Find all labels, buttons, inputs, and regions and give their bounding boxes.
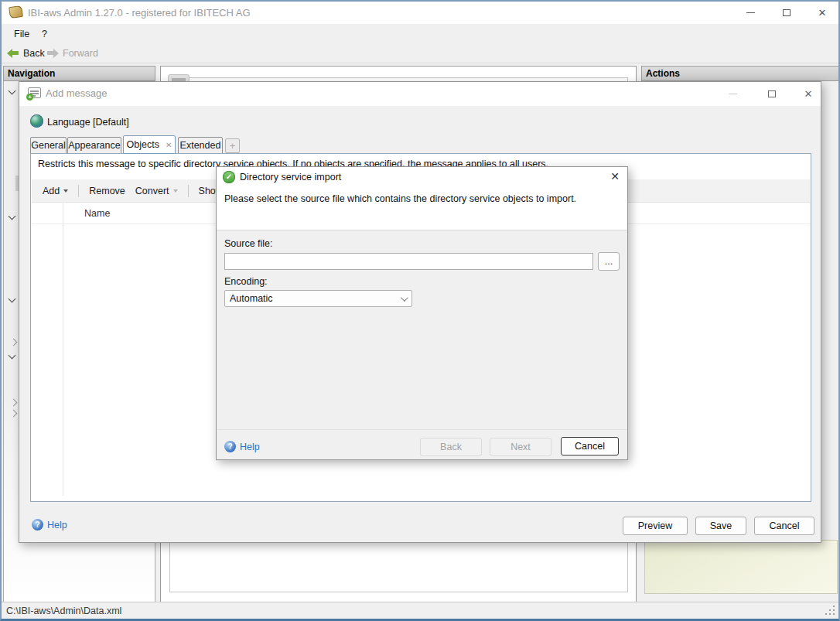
encoding-select[interactable]: Automatic	[224, 290, 412, 307]
tool-bar: Back Forward	[2, 43, 838, 63]
check-glyph: ✓	[226, 172, 232, 181]
source-file-input[interactable]	[224, 253, 593, 270]
chevron-down-icon[interactable]	[9, 295, 16, 303]
add-message-title: Add message	[46, 87, 108, 99]
help-icon: ?	[32, 519, 43, 531]
preview-button[interactable]: Preview	[623, 517, 688, 535]
close-button[interactable]: ✕	[809, 2, 835, 24]
table-column-separator	[63, 203, 63, 496]
app-icon	[9, 5, 23, 19]
remove-button[interactable]: Remove	[89, 186, 125, 196]
check-icon: ✓	[223, 171, 235, 183]
language-label: Language [Default]	[47, 117, 129, 128]
chevron-down-icon[interactable]	[9, 87, 16, 95]
maximize-icon	[783, 9, 790, 16]
next-button-wizard: Next	[490, 438, 551, 456]
maximize-icon	[768, 90, 776, 97]
chevron-right-icon[interactable]	[10, 399, 18, 407]
preview-label: Preview	[638, 520, 672, 531]
save-label: Save	[710, 520, 732, 531]
minimize-button[interactable]	[737, 2, 763, 24]
question-glyph: ?	[227, 442, 232, 451]
actions-note-box	[644, 540, 838, 594]
add-tab-button[interactable]: +	[225, 138, 240, 153]
navigation-panel-title: Navigation	[8, 68, 55, 79]
titlebar: IBI-aws Admin 1.27.0 - registered for IB…	[2, 2, 838, 24]
back-label: Back	[440, 442, 462, 452]
close-icon: ✕	[610, 170, 620, 183]
import-description: Please select the source file which cont…	[224, 193, 576, 204]
tab-extended-label: Extended	[180, 140, 221, 151]
browse-label: ...	[605, 256, 613, 267]
toolstrip-separator	[188, 185, 189, 197]
actions-panel-header: Actions	[641, 66, 840, 81]
next-label: Next	[510, 442, 531, 452]
back-button[interactable]: Back	[5, 46, 47, 60]
menu-help[interactable]: ?	[37, 27, 52, 41]
source-file-label: Source file:	[224, 238, 273, 249]
window-title: IBI-aws Admin 1.27.0 - registered for IB…	[28, 7, 251, 19]
main-window: IBI-aws Admin 1.27.0 - registered for IB…	[0, 0, 840, 621]
convert-dropdown-button[interactable]: Convert	[135, 186, 178, 196]
help-link[interactable]: ? Help	[32, 519, 67, 531]
plus-icon: +	[230, 140, 236, 152]
dropdown-arrow-icon	[173, 189, 178, 193]
plus-badge-icon: +	[26, 94, 33, 101]
navigation-panel-header: Navigation	[3, 66, 155, 81]
add-dropdown-button[interactable]: Add	[43, 186, 68, 196]
chevron-down-icon	[401, 294, 408, 302]
help-icon: ?	[224, 441, 236, 452]
forward-label: Forward	[63, 48, 98, 59]
cancel-label: Cancel	[770, 520, 800, 531]
maximize-button[interactable]	[773, 2, 800, 24]
minimize-icon	[746, 12, 755, 13]
tab-appearance[interactable]: Appearance	[67, 137, 121, 154]
chevron-right-icon[interactable]	[10, 339, 18, 346]
directory-service-import-dialog: ✓ Directory service import ✕ Please sele…	[216, 166, 628, 460]
footer-separator	[217, 429, 627, 430]
help-label: Help	[47, 520, 67, 531]
import-help-label: Help	[240, 442, 260, 452]
forward-arrow-icon	[46, 49, 59, 58]
tab-extended[interactable]: Extended	[178, 137, 223, 154]
import-close-button[interactable]: ✕	[610, 170, 620, 183]
chevron-down-icon[interactable]	[9, 352, 16, 360]
cancel-button[interactable]: Cancel	[754, 517, 814, 535]
tab-close-icon[interactable]: ✕	[166, 141, 172, 149]
add-message-icon: +	[28, 87, 41, 98]
tab-objects[interactable]: Objects ✕	[123, 135, 176, 154]
convert-label: Convert	[135, 186, 169, 196]
dialog-close-button[interactable]: ✕	[795, 82, 821, 106]
tab-objects-label: Objects	[127, 139, 159, 150]
toolstrip-separator	[78, 185, 79, 197]
actions-panel-title: Actions	[646, 68, 680, 79]
question-glyph: ?	[35, 520, 39, 529]
save-button[interactable]: Save	[695, 517, 746, 535]
import-help-link[interactable]: ? Help	[224, 441, 260, 452]
minimize-icon	[729, 94, 737, 94]
encoding-label: Encoding:	[224, 276, 268, 287]
import-cancel-label: Cancel	[575, 441, 605, 452]
forward-button[interactable]: Forward	[44, 46, 101, 60]
import-cancel-button[interactable]: Cancel	[561, 437, 619, 456]
menu-file[interactable]: File	[9, 27, 34, 41]
dialog-maximize-button[interactable]	[759, 82, 785, 106]
menu-bar: File ?	[2, 24, 838, 43]
chevron-right-icon[interactable]	[10, 410, 18, 418]
dialog-minimize-button	[719, 82, 746, 106]
tab-general[interactable]: General	[30, 137, 67, 154]
browse-button[interactable]: ...	[598, 252, 620, 271]
dropdown-arrow-icon	[63, 189, 68, 193]
import-dialog-header: ✓ Directory service import ✕ Please sele…	[217, 167, 627, 230]
tab-appearance-label: Appearance	[68, 140, 120, 151]
import-dialog-title: Directory service import	[240, 172, 341, 183]
add-label: Add	[43, 186, 60, 196]
tab-general-label: General	[31, 140, 65, 151]
back-button-wizard: Back	[420, 438, 482, 456]
chevron-down-icon[interactable]	[9, 213, 16, 220]
add-message-titlebar: + Add message ✕	[19, 82, 821, 106]
resize-grip[interactable]	[825, 606, 835, 615]
back-label: Back	[23, 48, 45, 59]
name-column-header: Name	[84, 208, 110, 219]
language-globe-icon	[30, 114, 43, 128]
